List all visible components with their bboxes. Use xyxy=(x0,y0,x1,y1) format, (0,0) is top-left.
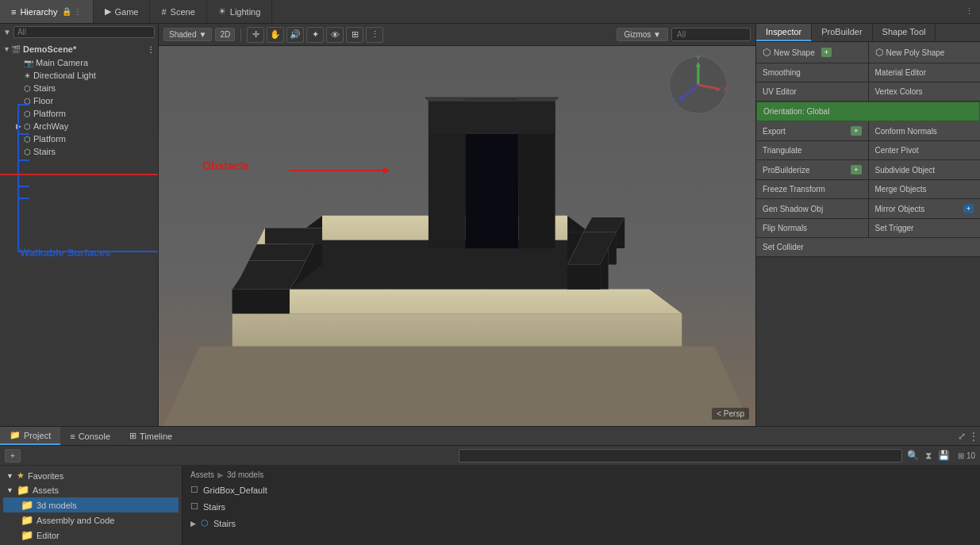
svg-marker-21 xyxy=(240,260,306,277)
mirror-objects-plus-icon[interactable]: + xyxy=(963,204,974,213)
tab-project[interactable]: 📁 Project xyxy=(0,427,60,445)
3d-models-item[interactable]: 📁 3d models xyxy=(3,497,179,512)
gizmos-arrow-icon: ▼ xyxy=(653,30,661,39)
merge-objects-button[interactable]: Merge Objects xyxy=(869,180,981,199)
probuilderize-plus-icon[interactable]: + xyxy=(851,165,861,175)
probuilderize-button[interactable]: ProBuilderize + xyxy=(756,160,869,180)
audio-btn[interactable]: 🔊 xyxy=(286,27,304,43)
asset-search-input[interactable] xyxy=(459,449,902,462)
breadcrumb: Assets ▶ 3d models xyxy=(186,469,977,481)
tab-game[interactable]: ▶ Game xyxy=(94,0,151,23)
top-bar-more[interactable]: ⋮ xyxy=(959,6,980,17)
triangulate-button[interactable]: Triangulate xyxy=(756,141,869,160)
center-pivot-button[interactable]: Center Pivot xyxy=(869,141,981,160)
tab-lighting[interactable]: ☀ Lighting xyxy=(207,0,273,23)
new-shape-plus-icon[interactable]: + xyxy=(821,48,832,57)
tab-console[interactable]: ≡ Console xyxy=(60,427,120,445)
mesh-icon: ⬡ xyxy=(24,109,31,118)
hierarchy-item-platform-1[interactable]: ⬡ Platform xyxy=(0,107,158,120)
new-poly-shape-button[interactable]: ⬡ New Poly Shape xyxy=(869,42,981,63)
scene-arrow-icon: ▼ xyxy=(3,45,11,53)
conform-normals-button[interactable]: Conform Normals xyxy=(869,121,981,141)
tab-hierarchy[interactable]: ≡ Hierarchy 🔒 ⋮ xyxy=(0,0,94,23)
tab-project-label: Project xyxy=(24,431,51,440)
viewport-canvas[interactable]: Y X Z Obstacle < Persp xyxy=(159,46,755,426)
set-collider-button[interactable]: Set Collider xyxy=(756,238,980,257)
tab-probuilder[interactable]: ProBuilder xyxy=(812,24,872,41)
move-tool-btn[interactable]: ✛ xyxy=(247,27,264,43)
shading-mode-dropdown[interactable]: Shaded ▼ xyxy=(163,28,212,41)
merge-objects-label: Merge Objects xyxy=(875,185,927,194)
scene-more-icon[interactable]: ⋮ xyxy=(147,45,155,54)
lighting-icon: ☀ xyxy=(218,6,226,17)
hierarchy-item-stairs-1[interactable]: ⬡ Stairs xyxy=(0,82,158,94)
expand-arrow-icon[interactable]: ▶ xyxy=(190,520,196,528)
tab-shape-tool[interactable]: Shape Tool xyxy=(873,24,936,41)
tab-timeline[interactable]: ⊞ Timeline xyxy=(120,427,182,445)
breadcrumb-3d-models[interactable]: 3d models xyxy=(227,470,263,479)
favorites-item[interactable]: ▼ ★ Favorites xyxy=(3,469,179,482)
2d-toggle[interactable]: 2D xyxy=(215,28,235,41)
tab-scene[interactable]: # Scene xyxy=(150,0,206,23)
gizmos-dropdown[interactable]: Gizmos ▼ xyxy=(617,28,668,41)
add-asset-btn[interactable]: + xyxy=(5,449,21,462)
persp-label: < Persp xyxy=(712,408,749,420)
gen-shadow-obj-button[interactable]: Gen Shadow Obj xyxy=(756,199,869,219)
asset-search-icon[interactable]: 🔍 xyxy=(905,448,920,462)
file-stairs-1[interactable]: ☐ Stairs xyxy=(186,499,977,514)
new-shape-button[interactable]: ⬡ New Shape + xyxy=(756,42,869,63)
scene-vis-btn[interactable]: 👁 xyxy=(326,27,344,43)
walkable-tick-2 xyxy=(17,133,29,135)
export-button[interactable]: Export + xyxy=(756,121,869,141)
asset-save-icon[interactable]: 💾 xyxy=(936,448,951,462)
viewport-search-input[interactable] xyxy=(671,28,751,41)
3d-models-label: 3d models xyxy=(37,501,77,510)
hierarchy-scene-root[interactable]: ▼ 🎬 DemoScene* ⋮ xyxy=(0,42,158,56)
material-editor-button[interactable]: Material Editor xyxy=(869,63,981,83)
assets-root-item[interactable]: ▼ 📁 Assets xyxy=(3,482,179,497)
occlusion-btn[interactable]: ⊞ xyxy=(346,27,363,43)
subdivide-object-button[interactable]: Subdivide Object xyxy=(869,160,981,180)
hierarchy-item-label: Stairs xyxy=(33,83,56,93)
project-icon: 📁 xyxy=(10,430,21,440)
file-icon-stairs2: ⬡ xyxy=(201,518,209,528)
set-trigger-button[interactable]: Set Trigger xyxy=(869,219,981,238)
hierarchy-item-directional-light[interactable]: ☀ Directional Light xyxy=(0,69,158,82)
bottom-maximize-btn[interactable]: ⤢ xyxy=(956,429,967,443)
tab-inspector[interactable]: Inspector xyxy=(756,24,812,41)
export-plus-icon[interactable]: + xyxy=(851,126,861,136)
hierarchy-search-bar: ▼ xyxy=(0,24,158,40)
smoothing-button[interactable]: Smoothing xyxy=(756,63,869,83)
new-shape-icon: ⬡ xyxy=(763,47,771,58)
bottom-more-btn[interactable]: ⋮ xyxy=(967,429,980,443)
set-collider-label: Set Collider xyxy=(763,243,804,251)
editor-item[interactable]: 📁 Editor xyxy=(3,528,179,543)
right-panel-tabs: Inspector ProBuilder Shape Tool xyxy=(756,24,980,42)
hierarchy-search-input[interactable] xyxy=(13,26,155,38)
hand-tool-btn[interactable]: ✋ xyxy=(267,27,284,43)
file-stairs-2[interactable]: ▶ ⬡ Stairs xyxy=(186,516,977,531)
pb-row-3: UV Editor Vertex Colors xyxy=(756,83,980,102)
walkable-tick-5 xyxy=(17,198,29,199)
asset-filter-icon[interactable]: ⧗ xyxy=(924,448,933,462)
file-gridbox-default[interactable]: ☐ GridBox_Default xyxy=(186,482,977,497)
fx-btn[interactable]: ✦ xyxy=(306,27,324,43)
extra-btn[interactable]: ⋮ xyxy=(366,27,383,43)
walkable-annotation: Walkable Surfaces xyxy=(20,247,110,259)
mirror-objects-button[interactable]: Mirror Objects + xyxy=(869,199,981,219)
hierarchy-item-main-camera[interactable]: 📷 Main Camera xyxy=(0,56,158,69)
hierarchy-item-archway[interactable]: ▶ ⬡ ArchWay xyxy=(0,120,158,132)
gen-shadow-obj-label: Gen Shadow Obj xyxy=(763,205,823,213)
flip-normals-button[interactable]: Flip Normals xyxy=(756,219,869,238)
breadcrumb-assets[interactable]: Assets xyxy=(190,470,214,479)
walkable-annotation-line-v xyxy=(17,104,19,251)
viewport-tool-icons: ✛ ✋ 🔊 ✦ 👁 ⊞ ⋮ xyxy=(247,27,383,43)
orientation-global-button[interactable]: Orientation: Global xyxy=(756,102,980,121)
vertex-colors-button[interactable]: Vertex Colors xyxy=(869,83,981,102)
bottom-toolbar: + 🔍 ⧗ 💾 ⊞ 10 xyxy=(0,446,980,466)
hierarchy-menu-icon[interactable]: ⋮ xyxy=(74,7,82,16)
hierarchy-item-stairs-2[interactable]: ⬡ Stairs xyxy=(0,145,158,158)
uv-editor-button[interactable]: UV Editor xyxy=(756,83,869,102)
assembly-code-item[interactable]: 📁 Assembly and Code xyxy=(3,512,179,528)
freeze-transform-button[interactable]: Freeze Transform xyxy=(756,180,869,199)
